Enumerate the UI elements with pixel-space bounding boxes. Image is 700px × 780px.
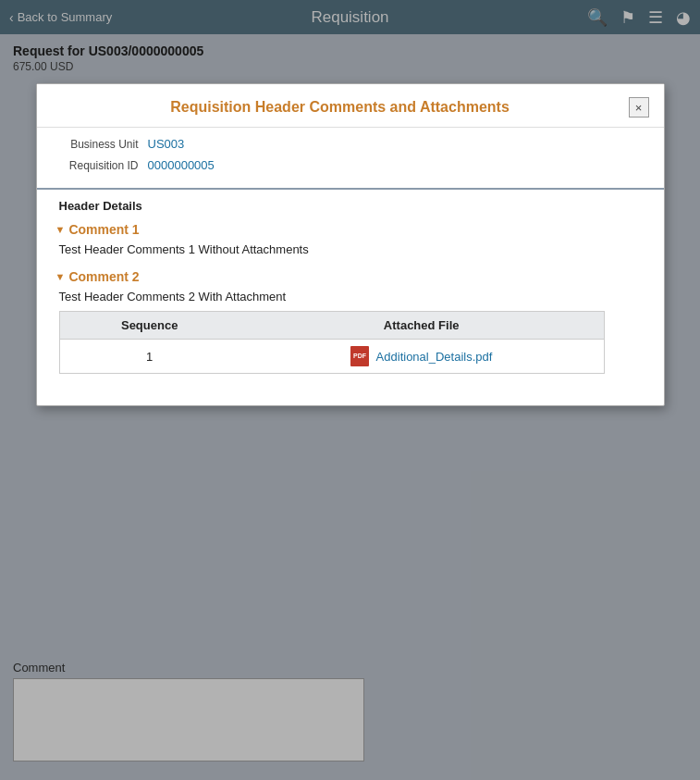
comment1-text: Test Header Comments 1 Without Attachmen… bbox=[59, 242, 645, 256]
pdf-icon: PDF bbox=[350, 346, 369, 366]
modal-body: Header Details ▼ Comment 1 Test Header C… bbox=[37, 190, 664, 405]
attachment-table: Sequence Attached File 1 PDF Additional_… bbox=[59, 311, 605, 374]
comment1-label: Comment 1 bbox=[68, 222, 139, 237]
modal-header: Requisition Header Comments and Attachme… bbox=[37, 84, 664, 128]
business-unit-label: Business Unit bbox=[55, 138, 139, 153]
attachment-file[interactable]: PDF Additional_Details.pdf bbox=[239, 340, 604, 374]
modal-close-button[interactable]: × bbox=[629, 97, 649, 118]
modal-dialog: Requisition Header Comments and Attachme… bbox=[36, 83, 665, 406]
requisition-id-label: Requisition ID bbox=[55, 159, 139, 174]
sequence-col-header: Sequence bbox=[59, 312, 239, 340]
modal-title: Requisition Header Comments and Attachme… bbox=[52, 99, 629, 116]
section-heading: Header Details bbox=[55, 199, 645, 213]
attachment-sequence: 1 bbox=[59, 340, 239, 374]
business-unit-value[interactable]: US003 bbox=[148, 137, 185, 151]
file-link[interactable]: Additional_Details.pdf bbox=[376, 350, 493, 364]
attachment-table-header: Sequence Attached File bbox=[59, 312, 604, 340]
comment2-toggle[interactable]: ▼ Comment 2 bbox=[55, 269, 645, 284]
comment1-collapse-icon: ▼ bbox=[55, 224, 66, 235]
comment1-toggle[interactable]: ▼ Comment 1 bbox=[55, 222, 645, 237]
comment1-block: ▼ Comment 1 Test Header Comments 1 Witho… bbox=[55, 222, 645, 256]
business-unit-row: Business Unit US003 bbox=[55, 137, 645, 153]
comment2-block: ▼ Comment 2 Test Header Comments 2 With … bbox=[55, 269, 645, 374]
modal-info: Business Unit US003 Requisition ID 00000… bbox=[37, 128, 664, 190]
attached-file-col-header: Attached File bbox=[239, 312, 604, 340]
comment2-label: Comment 2 bbox=[68, 269, 139, 284]
comment2-text: Test Header Comments 2 With Attachment bbox=[59, 290, 645, 303]
comment2-collapse-icon: ▼ bbox=[55, 271, 66, 282]
requisition-id-value[interactable]: 0000000005 bbox=[148, 158, 215, 172]
modal-overlay: Requisition Header Comments and Attachme… bbox=[0, 0, 700, 780]
requisition-id-row: Requisition ID 0000000005 bbox=[55, 158, 645, 174]
attachment-row: 1 PDF Additional_Details.pdf bbox=[59, 340, 604, 374]
